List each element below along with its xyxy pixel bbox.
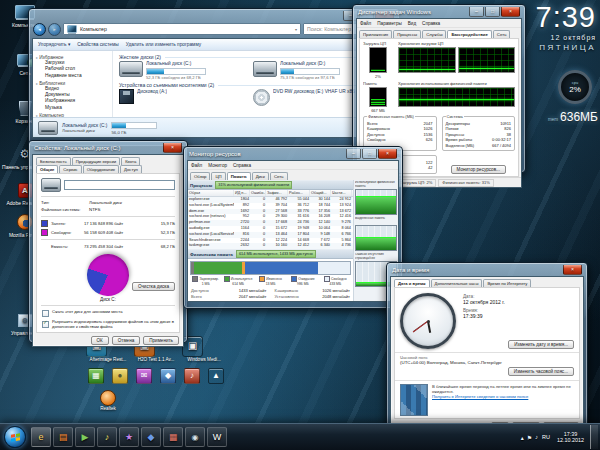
apply-button[interactable]: Применить	[143, 336, 179, 345]
taskbar-app-icon[interactable]: ♪	[97, 427, 117, 447]
change-date-time-button[interactable]: Изменить дату и время...	[508, 340, 574, 349]
action-center-icon[interactable]: ⚑	[527, 434, 532, 441]
date-time-titlebar[interactable]: Дата и время ×	[390, 263, 584, 276]
processes-section-header[interactable]: Процессы 31% используемой физической пам…	[188, 180, 353, 190]
tab-hardware[interactable]: Оборудование	[83, 165, 119, 173]
menu-item[interactable]: Справка	[422, 21, 440, 26]
tab-services[interactable]: Службы	[422, 30, 446, 38]
nav-item[interactable]: Недавние места	[36, 73, 112, 79]
tab-applications[interactable]: Приложения	[359, 30, 392, 38]
nav-section-computer[interactable]: Компьютер	[36, 113, 112, 117]
cancel-button[interactable]: Отмена	[112, 336, 140, 345]
physical-memory-section-header[interactable]: Физическая память 614 МБ используется, 1…	[188, 249, 353, 259]
close-button[interactable]: ×	[163, 143, 182, 153]
tab-tools[interactable]: Сервис	[59, 165, 81, 173]
tab-performance[interactable]: Быстродействие	[447, 30, 491, 38]
taskbar-app-icon[interactable]: ◆	[141, 427, 161, 447]
volume-label-input[interactable]	[64, 180, 175, 190]
maximize-button[interactable]: □	[362, 149, 377, 159]
floppy-item[interactable]: Дисковод (A:)	[119, 89, 247, 106]
tab-processes[interactable]: Процессы	[393, 30, 421, 38]
process-row[interactable]: taskmgr.exe26320 10 16012 4126 340 4 736	[188, 243, 353, 249]
tab-internet-time[interactable]: Время по Интернету	[483, 279, 531, 287]
volume-icon[interactable]: ♪	[535, 434, 538, 440]
tab-disk[interactable]: Диск	[252, 172, 269, 180]
address-bar[interactable]: Компьютер ▾	[63, 23, 301, 35]
column-header[interactable]: Образ	[188, 190, 234, 196]
tab-cpu[interactable]: ЦП	[211, 172, 225, 180]
taskbar-app-icon[interactable]: ★	[119, 427, 139, 447]
column-header[interactable]: Ошибо...	[250, 190, 266, 196]
toolbar-button[interactable]: Упорядочить ▾	[38, 42, 70, 47]
desktop-app-icon[interactable]: ▲	[208, 368, 224, 384]
back-button[interactable]: ◂	[33, 23, 46, 36]
tab-previous-versions[interactable]: Предыдущие версии	[72, 157, 120, 165]
menu-item[interactable]: Монитор	[208, 163, 227, 168]
taskbar-app-icon[interactable]: ▤	[53, 427, 73, 447]
tab-security[interactable]: Безопасность	[36, 157, 71, 165]
menu-item[interactable]: Файл	[191, 163, 202, 168]
compress-checkbox-row[interactable]: Сжать этот диск для экономии места	[37, 308, 179, 319]
desktop-app-icon[interactable]: ✉	[136, 368, 152, 384]
tab-general[interactable]: Общие	[36, 165, 58, 173]
start-button[interactable]	[4, 426, 26, 448]
desktop-app-icon[interactable]: ●	[112, 368, 128, 384]
column-header[interactable]: ИД п...	[234, 190, 250, 196]
column-header[interactable]: Рабоч...	[288, 190, 310, 196]
maximize-button[interactable]: □	[485, 7, 500, 17]
resource-monitor-titlebar[interactable]: Монитор ресурсов – □ ×	[187, 147, 399, 160]
tab-memory[interactable]: Память	[227, 172, 251, 180]
taskbar-app-icon[interactable]: ◉	[185, 427, 205, 447]
compress-checkbox[interactable]	[42, 310, 49, 317]
tab-date-time[interactable]: Дата и время	[394, 279, 430, 287]
task-manager-titlebar[interactable]: Диспетчер задач Windows – □ ×	[356, 5, 522, 18]
nav-item[interactable]: Музыка	[36, 105, 112, 111]
change-timezone-button[interactable]: Изменить часовой пояс...	[508, 367, 574, 376]
desktop-app-icon[interactable]: ♪	[184, 368, 200, 384]
tab-sharing[interactable]: Доступ	[120, 165, 142, 173]
menu-item[interactable]: Вид	[408, 21, 416, 26]
desktop-app-icon[interactable]: ▦	[88, 368, 104, 384]
desktop-app-icon[interactable]: Realtek	[88, 390, 128, 411]
group-header-removable[interactable]: Устройства со съемными носителями (2)	[119, 82, 385, 88]
tab-overview[interactable]: Обзор	[190, 172, 210, 180]
tab-additional-clocks[interactable]: Дополнительные часы	[431, 279, 483, 287]
close-button[interactable]: ×	[563, 265, 582, 275]
column-header[interactable]: Зафик...	[266, 190, 288, 196]
index-checkbox-row[interactable]: Разрешить индексировать содержимое файло…	[37, 318, 179, 331]
desktop-app-icon[interactable]: ▣ Windows Medi...	[182, 336, 226, 362]
cpu-meter-gadget[interactable]: cpu 2% mem636МБ	[528, 70, 598, 124]
menu-item[interactable]: Параметры	[377, 21, 402, 26]
taskbar-app-icon[interactable]: W	[207, 427, 227, 447]
toolbar-button[interactable]: Свойства системы	[77, 42, 118, 47]
tab-quota[interactable]: Квота	[121, 157, 140, 165]
taskbar-app-icon[interactable]: ▦	[163, 427, 183, 447]
resource-monitor-button[interactable]: Монитор ресурсов...	[451, 165, 506, 174]
explorer-titlebar[interactable]: – □ ×	[32, 9, 396, 22]
show-hidden-icons[interactable]: ▴	[521, 434, 524, 441]
desktop-app-icon[interactable]: ◆	[160, 368, 176, 384]
forward-button[interactable]: ▸	[48, 23, 61, 36]
ok-button[interactable]: ОК	[91, 336, 109, 345]
language-indicator[interactable]: RU	[541, 434, 551, 440]
tab-network[interactable]: Сеть	[270, 172, 288, 180]
minimize-button[interactable]: –	[469, 7, 484, 17]
index-checkbox[interactable]	[42, 321, 49, 328]
minimize-button[interactable]: –	[346, 149, 361, 159]
disk-cleanup-button[interactable]: Очистка диска	[132, 282, 175, 291]
close-button[interactable]: ×	[501, 7, 520, 17]
tray-clock[interactable]: 17:39 12.10.2012	[554, 431, 587, 443]
properties-titlebar[interactable]: Свойства: Локальный диск (C:) ×	[32, 141, 184, 154]
column-header[interactable]: Общий...	[310, 190, 331, 196]
tab-network[interactable]: Сеть	[493, 30, 511, 38]
column-header[interactable]: Части...	[331, 190, 352, 196]
menu-item[interactable]: Справка	[233, 163, 251, 168]
group-header-hdd[interactable]: Жесткие диски (2)	[119, 54, 385, 60]
timezone-info-link[interactable]: Получить в Интернете сведения о часовом …	[432, 394, 574, 399]
drive-item-c[interactable]: Локальный диск (C:) 52,3 ГБ свободно из …	[119, 61, 247, 80]
taskbar-app-icon[interactable]: ▶	[75, 427, 95, 447]
menu-item[interactable]: Файл	[360, 21, 371, 26]
taskbar-app-icon[interactable]: e	[31, 427, 51, 447]
close-button[interactable]: ×	[378, 149, 397, 159]
toolbar-button[interactable]: Удалить или изменить программу	[126, 42, 201, 47]
